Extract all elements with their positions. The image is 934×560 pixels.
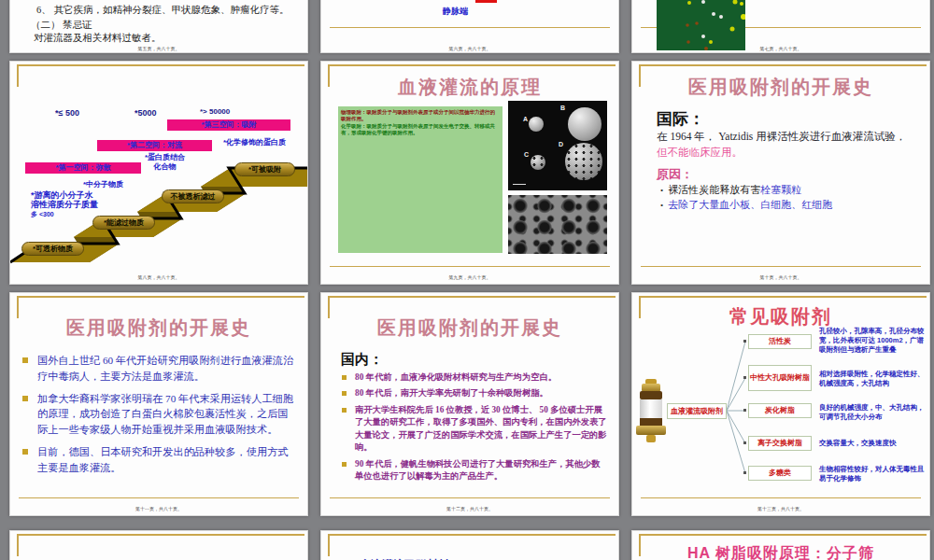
gold-corner-frame <box>17 534 304 556</box>
sphere-label-b: B <box>560 105 565 111</box>
bullet-item: •去除了大量血小板、白细胞、红细胞 <box>660 198 832 212</box>
diagram-label: *中分子物质 <box>83 180 123 189</box>
slide-thumbnail-9[interactable]: 血液灌流的原理 物理吸附：吸附质分子与吸附剂外表原子或分子间以范德华力进行的吸附… <box>320 61 619 285</box>
bullet-item: 南开大学生科院先后 16 位教授，近 30 位博士、 50 多位硕士开展了大量的… <box>342 404 607 455</box>
leaf-description: 相对选择吸附性，化学稳定性好、机械强度高，大孔结构 <box>819 370 926 388</box>
slide-divider-line <box>641 497 921 498</box>
space-bar-diffusion: *第一空间：弥散 <box>25 162 141 174</box>
green-micrograph-image <box>657 0 745 50</box>
slide-thumbnail-15[interactable]: 3、 血液灌流吸附材料 <box>320 530 619 560</box>
bullet-text: 去除了大量血小板、白细胞、红细胞 <box>668 199 832 210</box>
venous-end-label: 静脉端 <box>443 6 468 18</box>
tree-leaf-node: 活性炭 <box>748 334 812 349</box>
bullet-text-black: 裸活性炭能释放有害 <box>668 184 760 195</box>
slide-text-line: 6、 其它疾病，如精神分裂症、甲状腺危象、肿瘤化疗等。 <box>36 4 289 17</box>
space-bar-adsorption: *第三空间：吸附 <box>167 119 290 131</box>
slide-page-footer: 第十一页，共八十页。 <box>10 506 307 511</box>
slide-page-footer: 第八页，共八十页。 <box>10 274 307 280</box>
diagram-label-line: 溶性溶质分子质量 <box>31 200 98 209</box>
smooth-bead-large <box>568 107 601 141</box>
international-heading: 国际： <box>657 108 704 130</box>
hemoperfusion-cartridge-illustration <box>634 379 668 444</box>
diagram-label: *化学修饰的蛋白质 <box>223 138 286 147</box>
slide-divider-line <box>330 497 610 498</box>
diagram-label-line: 化合物 <box>154 162 177 171</box>
bullet-item: 国外自上世纪 60 年代开始研究用吸附剂进行血液灌流治疗中毒病人，主要方法是血浆… <box>22 353 297 385</box>
sphere-label-c: C <box>524 151 529 158</box>
diagram-red-connector <box>475 0 497 3</box>
smooth-bead-small <box>529 117 544 132</box>
chemical-adsorption-text: 化学吸附：吸附质分子与吸附剂外表原子间发生电子交换、转移或共有，形成吸附化学键的… <box>341 123 500 137</box>
tree-root-node: 血液灌流吸附剂 <box>667 403 727 419</box>
slide-thumbnail-6[interactable]: 静脉端 第六页，共八十页。 <box>320 0 619 53</box>
slide-text-line: 对灌流器及相关材料过敏者。 <box>34 32 162 45</box>
threshold-label: *≤ 500 <box>55 108 79 118</box>
diagram-label: *蛋白质结合 化合物 <box>145 153 185 172</box>
slide-page-footer: 第九页，共八十页。 <box>321 274 618 280</box>
diagram-label: *游离的小分子水 溶性溶质分子质量 多 <300 <box>31 190 98 219</box>
leaf-description: 孔径较小，孔隙率高，孔径分布较宽，比外表积可达 1000m2，广谱吸附剂但与透析… <box>819 327 926 354</box>
slide-page-footer: 第五页，共八十页。 <box>10 46 307 51</box>
slide-text-line: （二） 禁忌证 <box>31 19 92 32</box>
diagram-label-line: *游离的小分子水 <box>31 190 93 200</box>
pill-not-dialyzable: 不被透析滤过 <box>162 189 224 203</box>
slide-thumbnail-5[interactable]: 6、 其它疾病，如精神分裂症、甲状腺危象、肿瘤化疗等。 （二） 禁忌证 对灌流器… <box>9 0 308 53</box>
physical-adsorption-text: 物理吸附：吸附质分子与吸附剂外表原子或分子间以范德华力进行的吸附作用。 <box>341 109 500 123</box>
slide-page-footer: 第十页，共八十页。 <box>632 274 929 280</box>
sem-spheres-photo: A B C D <box>508 101 607 190</box>
slide-page-footer: 第六页，共八十页。 <box>321 46 618 51</box>
porous-bead-small <box>531 155 545 170</box>
slide-title: 医用吸附剂的开展史 <box>321 315 618 341</box>
slide-sorter-view: { "window": { "background": "#808184" },… <box>0 0 934 560</box>
leaf-description: 生物相容性较好，对人体无毒性且易于化学修饰 <box>819 465 926 483</box>
slide-thumbnail-7[interactable]: 第七页，共八十页。 <box>631 0 930 53</box>
slide-page-footer: 第十二页，共八十页。 <box>321 506 618 511</box>
tree-leaf-node: 炭化树脂 <box>748 403 812 418</box>
slide-thumbnail-10[interactable]: 医用吸附剂的开展史 国际： 在 1964 年， Yatzidis 用裸活性炭进行… <box>631 61 930 285</box>
bullet-item: 目前，德国、日本研究和开发出的品种较多，使用方式主要是血浆灌流。 <box>22 444 297 476</box>
slide-thumbnail-13[interactable]: 常见吸附剂 血液灌流吸附剂 活性炭 中性大孔吸附树脂 炭化树脂 离子交换树脂 多… <box>631 292 930 516</box>
pill-filterable: *能滤过物质 <box>92 216 155 230</box>
bullet-item: 80 年代后，南开大学率先研制了十余种吸附树脂。 <box>342 387 607 399</box>
slide-title: 医用吸附剂的开展史 <box>10 315 307 341</box>
definition-note-box: 物理吸附：吸附质分子与吸附剂外表原子或分子间以范德华力进行的吸附作用。 化学吸附… <box>338 106 502 253</box>
slide-divider-line <box>330 27 610 28</box>
tree-leaf-node: 多糖类 <box>748 466 812 481</box>
paragraph-main: 在 1964 年， Yatzidis 用裸活性炭进行血液灌流试验， <box>657 131 906 142</box>
slide-thumbnail-16[interactable]: HA 树脂吸附原理：分子筛 <box>631 530 930 560</box>
slide-thumbnail-8[interactable]: *≤ 500 *5000 *> 50000 *第一空间：弥散 *第二空间：对流 … <box>9 61 308 285</box>
sem-foam-photo <box>508 195 607 254</box>
threshold-label: *5000 <box>134 108 157 118</box>
reason-heading: 原因： <box>657 166 693 183</box>
slide-title: 血液灌流的原理 <box>321 75 618 100</box>
bullet-item: 加拿大华裔科学家张明瑞在 70 年代末采用运转人工细胞的原理，成功创造了白蛋白火… <box>22 391 297 438</box>
threshold-label: *> 50000 <box>200 107 230 116</box>
slide-title: 医用吸附剂的开展史 <box>632 75 929 100</box>
bullet-item: 90 年代后，健帆生物科技公司进行了大量研究和生产，其他少数单位也进行了以解毒为… <box>342 458 607 483</box>
slide-thumbnail-12[interactable]: 医用吸附剂的开展史 国内： 80 年代前，血液净化吸附材料研究与生产均为空白。 … <box>320 292 619 516</box>
bullet-list: 80 年代前，血液净化吸附材料研究与生产均为空白。 80 年代后，南开大学率先研… <box>342 371 607 487</box>
domestic-heading: 国内： <box>341 351 383 369</box>
bullet-list: 国外自上世纪 60 年代开始研究用吸附剂进行血液灌流治疗中毒病人，主要方法是血浆… <box>22 353 297 483</box>
porous-bead-large <box>565 143 602 180</box>
sphere-label-a: A <box>523 116 528 122</box>
diagram-label-line: *蛋白质结合 <box>145 153 185 161</box>
bullet-dot: • <box>660 186 663 195</box>
slide-divider-line <box>19 497 299 498</box>
scale-bar <box>513 184 526 185</box>
leaf-description: 交换容量大，交换速度快 <box>819 439 926 448</box>
slide-thumbnail-11[interactable]: 医用吸附剂的开展史 国外自上世纪 60 年代开始研究用吸附剂进行血液灌流治疗中毒… <box>9 292 308 516</box>
slide-page-footer: 第十三页，共八十页。 <box>632 506 929 511</box>
slide-divider-line <box>330 266 610 267</box>
slide-thumbnail-14[interactable] <box>9 530 308 560</box>
bullet-text-blue: 栓塞颗粒 <box>760 184 801 195</box>
gold-corner-frame <box>328 534 616 556</box>
history-paragraph: 在 1964 年， Yatzidis 用裸活性炭进行血液灌流试验，但不能临床应用… <box>657 129 911 161</box>
paragraph-highlight: 但不能临床应用。 <box>657 147 743 158</box>
bullet-item: 80 年代前，血液净化吸附材料研究与生产均为空白。 <box>342 371 607 384</box>
particle-dots <box>657 0 745 50</box>
bullet-item: •裸活性炭能释放有害栓塞颗粒 <box>660 183 801 197</box>
tree-leaf-node: 离子交换树脂 <box>748 436 812 451</box>
sphere-label-d: D <box>559 141 563 147</box>
pill-dialyzable: *可透析物质 <box>21 242 84 256</box>
